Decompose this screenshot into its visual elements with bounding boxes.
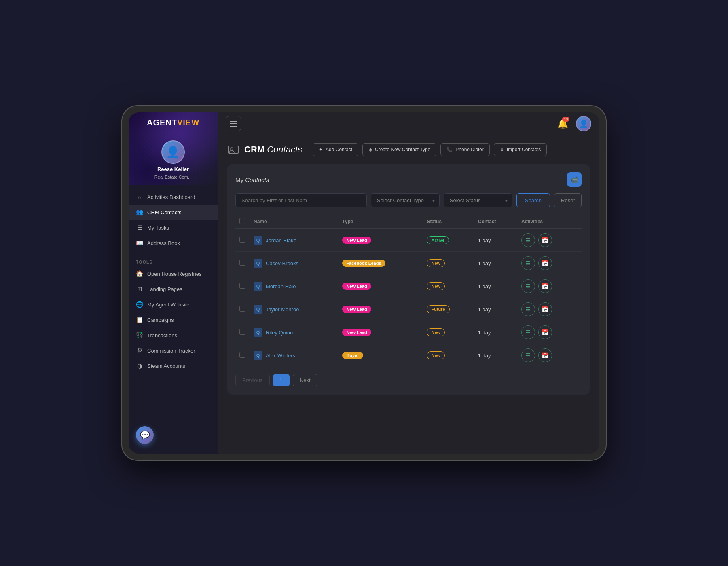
brand-logo: AGENT VIEW: [147, 118, 199, 127]
activity-calendar-button[interactable]: 📅: [538, 325, 552, 339]
status-badge: Future: [427, 305, 449, 313]
sidebar-item-crm-contacts[interactable]: 👥 CRM Contacts: [129, 205, 218, 220]
sidebar-item-address-book[interactable]: 📖 Address Book: [129, 235, 218, 251]
activity-list-button[interactable]: ☰: [521, 233, 535, 247]
calendar-icon: 📅: [542, 352, 548, 359]
activity-list-button[interactable]: ☰: [521, 256, 535, 270]
sidebar: AGENT VIEW 👤 Reese Keller Real Estate Co…: [129, 112, 218, 454]
sidebar-item-activities-dashboard[interactable]: ⌂ Activities Dashboard: [129, 189, 218, 205]
row-checkbox[interactable]: [239, 283, 245, 289]
type-badge: New Lead: [342, 283, 371, 290]
activity-list-button[interactable]: ☰: [521, 348, 535, 362]
contact-name-link[interactable]: Jordan Blake: [266, 237, 296, 243]
topbar-profile-avatar[interactable]: 👤: [576, 116, 591, 131]
add-contact-button[interactable]: ✦ Add Contact: [313, 143, 358, 156]
page-title: CRM Contacts: [244, 144, 302, 155]
main-content: 🔔 13 👤: [218, 112, 599, 454]
create-contact-type-button[interactable]: ◈ Create New Contact Type: [362, 143, 436, 156]
row-checkbox[interactable]: [239, 352, 245, 358]
row-status-cell: Future: [423, 298, 474, 321]
search-input[interactable]: [235, 193, 367, 207]
transactions-icon: 💱: [136, 332, 143, 339]
contact-name-link[interactable]: Morgan Hale: [266, 283, 296, 289]
type-badge: Buyer: [342, 352, 363, 359]
phone-dialer-button[interactable]: 📞 Phone Dialer: [440, 143, 489, 156]
add-icon: ✦: [319, 147, 323, 152]
sidebar-item-campaigns[interactable]: 📋 Campaigns: [129, 312, 218, 327]
activity-calendar-button[interactable]: 📅: [538, 302, 552, 316]
sidebar-item-label: Open House Registries: [147, 271, 201, 277]
card-title: My Contacts: [235, 176, 269, 183]
svg-point-4: [231, 148, 233, 150]
contact-name-link[interactable]: Alex Winters: [266, 353, 295, 359]
sidebar-item-my-tasks[interactable]: ☰ My Tasks: [129, 220, 218, 235]
sidebar-item-landing-pages[interactable]: ⊞ Landing Pages: [129, 281, 218, 297]
row-status-cell: New: [423, 275, 474, 298]
contact-name-link[interactable]: Casey Brooks: [266, 260, 298, 266]
header-activities: Activities: [517, 215, 582, 229]
row-status-cell: Active: [423, 229, 474, 252]
contact-type-select[interactable]: Select Contact Type: [371, 193, 440, 207]
video-button[interactable]: 📹: [567, 172, 582, 187]
activity-list-button[interactable]: ☰: [521, 279, 535, 293]
avatar[interactable]: 👤: [161, 140, 185, 164]
website-icon: 🌐: [136, 301, 143, 308]
phone-icon: 📞: [447, 147, 453, 152]
list-icon: ☰: [525, 352, 531, 359]
row-checkbox-cell: [235, 344, 250, 367]
previous-page-button[interactable]: Previous: [235, 374, 270, 386]
q-badge: Q: [254, 282, 262, 291]
activity-list-button[interactable]: ☰: [521, 302, 535, 316]
select-all-checkbox[interactable]: [239, 218, 245, 224]
crm-title-part: CRM: [244, 144, 265, 154]
filter-row: Select Contact Type Select Status Search…: [235, 193, 582, 207]
row-checkbox[interactable]: [239, 260, 245, 266]
row-activities-cell: ☰ 📅: [517, 344, 582, 367]
row-checkbox[interactable]: [239, 306, 245, 312]
q-badge: Q: [254, 259, 262, 268]
table-row: Q Riley Quinn New Lead New 1 day ☰ 📅: [235, 321, 582, 344]
activity-calendar-button[interactable]: 📅: [538, 233, 552, 247]
chat-fab-button[interactable]: 💬: [136, 426, 154, 444]
row-name-cell: Q Casey Brooks: [250, 252, 338, 275]
reset-button[interactable]: Reset: [554, 193, 582, 207]
row-status-cell: New: [423, 252, 474, 275]
activity-calendar-button[interactable]: 📅: [538, 348, 552, 362]
topbar: 🔔 13 👤: [218, 112, 599, 135]
sidebar-item-label: Address Book: [147, 240, 180, 246]
brand-view-text: VIEW: [177, 118, 199, 127]
row-checkbox[interactable]: [239, 329, 245, 335]
page-1-button[interactable]: 1: [273, 374, 290, 386]
sidebar-item-commission-tracker[interactable]: ⚙ Commission Tracker: [129, 343, 218, 358]
notification-button[interactable]: 🔔 13: [555, 116, 570, 131]
import-contacts-button[interactable]: ⬇ Import Contacts: [494, 143, 547, 156]
search-button[interactable]: Search: [516, 193, 550, 207]
contact-name-link[interactable]: Riley Quinn: [266, 329, 293, 336]
activity-list-button[interactable]: ☰: [521, 325, 535, 339]
activity-calendar-button[interactable]: 📅: [538, 279, 552, 293]
landingpages-icon: ⊞: [136, 285, 143, 293]
row-type-cell: New Lead: [338, 229, 423, 252]
contact-type-select-wrap: Select Contact Type: [371, 193, 440, 207]
contact-name-link[interactable]: Taylor Monroe: [266, 306, 299, 313]
status-select[interactable]: Select Status: [444, 193, 512, 207]
sidebar-item-my-agent-website[interactable]: 🌐 My Agent Website: [129, 297, 218, 312]
row-status-cell: New: [423, 344, 474, 367]
list-icon: ☰: [525, 306, 531, 313]
row-checkbox[interactable]: [239, 237, 245, 243]
menu-toggle-button[interactable]: [226, 116, 241, 131]
next-page-button[interactable]: Next: [293, 374, 317, 386]
type-badge: Facebook Leads: [342, 260, 385, 267]
activity-calendar-button[interactable]: 📅: [538, 256, 552, 270]
topbar-right: 🔔 13 👤: [555, 116, 591, 131]
sidebar-item-steam-accounts[interactable]: ◑ Steam Accounts: [129, 358, 218, 374]
home-icon: ⌂: [136, 193, 143, 201]
sidebar-item-open-house-registries[interactable]: 🏠 Open House Registries: [129, 266, 218, 281]
sidebar-item-transactions[interactable]: 💱 Transactions: [129, 327, 218, 343]
commission-icon: ⚙: [136, 347, 143, 354]
sidebar-item-label: Landing Pages: [147, 286, 182, 292]
import-icon: ⬇: [500, 147, 504, 152]
status-select-wrap: Select Status: [444, 193, 512, 207]
sidebar-hero: AGENT VIEW 👤 Reese Keller Real Estate Co…: [129, 112, 218, 185]
steam-icon: ◑: [136, 362, 143, 370]
